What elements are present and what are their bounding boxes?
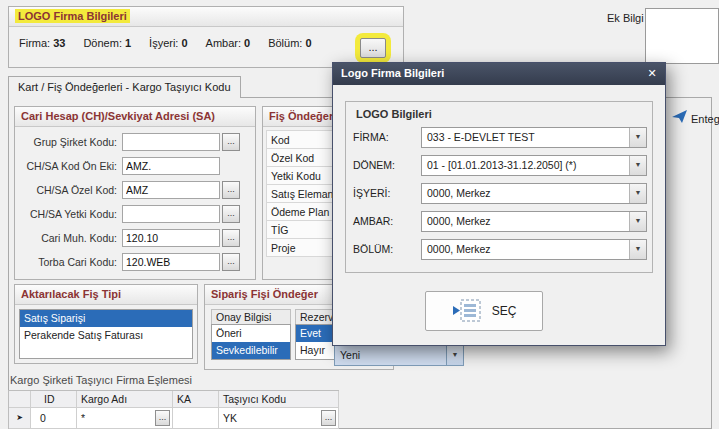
id-column-header[interactable]: ID	[31, 391, 77, 408]
aktarilacak-panel-title: Aktarılacak Fiş Tipi	[15, 285, 197, 305]
onay-bilgisi-header: Onay Bilgisi	[211, 309, 291, 325]
kod-on-eki-label: CH/SA Kod Ön Eki:	[15, 157, 117, 175]
fis-tipi-listbox: Satış Siparişi Perakende Satış Faturası	[19, 309, 193, 359]
ozel-kod-browse-button[interactable]: ...	[222, 181, 240, 199]
chevron-down-icon[interactable]: ▼	[629, 128, 646, 147]
select-target-icon	[452, 298, 482, 324]
torba-cari-kodu-browse-button[interactable]: ...	[222, 253, 240, 271]
bolum-combobox[interactable]: 0000, Merkez ▼	[421, 239, 647, 260]
list-item-oneri[interactable]: Öneri	[212, 325, 290, 342]
list-item-satis-siparisi[interactable]: Satış Siparişi	[20, 310, 192, 327]
tasiyici-kodu-column-header[interactable]: Taşıyıcı Kodu	[219, 391, 339, 408]
ambar-label: AMBAR:	[353, 211, 415, 232]
onay-listbox: Öneri Sevkedilebilir	[211, 324, 291, 360]
list-item-perakende-fatura[interactable]: Perakende Satış Faturası	[20, 327, 192, 344]
grup-sirket-kodu-label: Grup Şirket Kodu:	[15, 133, 117, 151]
cari-muh-kodu-browse-button[interactable]: ...	[222, 229, 240, 247]
dialog-titlebar[interactable]: Logo Firma Bilgileri	[333, 63, 665, 85]
tasiyici-kodu-value: YK	[223, 412, 237, 424]
cari-hesap-panel-title: Cari Hesap (CH)/Sevkiyat Adresi (SA)	[15, 107, 255, 127]
isyeri-value: 0000, Merkez	[427, 184, 491, 203]
kargo-table-row: ➤ 0 * ... YK ...	[9, 408, 339, 429]
row-selector-arrow-icon: ➤	[9, 408, 31, 429]
ambar-value: 0000, Merkez	[427, 212, 491, 231]
yetki-kodu-browse-button[interactable]: ...	[222, 205, 240, 223]
tasiyici-kodu-cell[interactable]: YK ...	[219, 408, 339, 429]
ozel-kod-label: CH/SA Özel Kod:	[15, 181, 117, 199]
kargo-adi-value: *	[81, 412, 85, 424]
yetki-kodu-label: CH/SA Yetki Kodu:	[15, 205, 117, 223]
cari-hesap-panel: Cari Hesap (CH)/Sevkiyat Adresi (SA) Gru…	[14, 106, 256, 280]
selector-column-header	[9, 391, 31, 408]
isyeri-label: İŞYERİ:	[353, 183, 415, 204]
kargo-adi-column-header[interactable]: Kargo Adı	[77, 391, 173, 408]
entegra-label: Entegra	[691, 113, 719, 125]
firma-label: FİRMA:	[353, 127, 415, 148]
logo-firma-panel: LOGO Firma Bilgileri Firma:33 Dönem:1 İş…	[8, 6, 404, 68]
send-plane-icon	[672, 110, 688, 126]
grup-sirket-kodu-input[interactable]	[122, 133, 220, 151]
donem-value: 01 - [01.01.2013-31.12.2050] (*)	[427, 156, 576, 175]
firma-value: 033 - E-DEVLET TEST	[427, 128, 535, 147]
sec-button[interactable]: SEÇ	[425, 291, 543, 331]
grup-sirket-kodu-browse-button[interactable]: ...	[222, 133, 240, 151]
stat-bolum: Bölüm:0	[268, 37, 311, 49]
tab-kart-fis-ondegerleri[interactable]: Kart / Fiş Öndeğerleri - Kargo Taşıyıcı …	[8, 76, 241, 98]
chevron-down-icon[interactable]: ▼	[629, 184, 646, 203]
bolum-value: 0000, Merkez	[427, 240, 491, 259]
kargo-eslemesi-title: Kargo Şirketi Taşıyıcı Firma Eşlemesi	[10, 374, 192, 386]
kargo-table: ID Kargo Adı KA Taşıyıcı Kodu ➤ 0 * ... …	[8, 390, 339, 429]
ek-bilgi-label: Ek Bilgi	[607, 12, 644, 24]
logo-browse-button[interactable]: ...	[360, 38, 386, 58]
torba-cari-kodu-input[interactable]	[122, 253, 220, 271]
sec-button-label: SEÇ	[492, 304, 517, 318]
logo-firma-stats: Firma:33 Dönem:1 İşyeri:0 Ambar:0 Bölüm:…	[19, 37, 312, 49]
siparis-durumu-combobox[interactable]: Yeni ▼	[334, 345, 464, 366]
cari-muh-kodu-label: Cari Muh. Kodu:	[15, 229, 117, 247]
logo-firma-bilgileri-dialog: Logo Firma Bilgileri ✕ LOGO Bilgileri Fİ…	[332, 62, 666, 346]
chevron-down-icon[interactable]: ▼	[629, 212, 646, 231]
chevron-down-icon[interactable]: ▼	[629, 240, 646, 259]
firma-combobox[interactable]: 033 - E-DEVLET TEST ▼	[421, 127, 647, 148]
ozel-kod-input[interactable]	[122, 181, 220, 199]
kargo-adi-cell[interactable]: * ...	[77, 408, 173, 429]
id-cell[interactable]: 0	[31, 408, 77, 429]
stat-ambar: Ambar:0	[206, 37, 251, 49]
bolum-label: BÖLÜM:	[353, 239, 415, 260]
kargo-table-header-row: ID Kargo Adı KA Taşıyıcı Kodu	[9, 391, 339, 408]
ka-cell[interactable]	[173, 408, 219, 429]
chevron-down-icon[interactable]: ▼	[446, 346, 463, 365]
donem-label: DÖNEM:	[353, 155, 415, 176]
kargo-adi-browse-button[interactable]: ...	[155, 410, 170, 426]
aktarilacak-fis-tipi-panel: Aktarılacak Fiş Tipi Satış Siparişi Pera…	[14, 284, 198, 364]
logo-firma-panel-title: LOGO Firma Bilgileri	[15, 9, 130, 23]
ek-bilgi-textarea[interactable]	[645, 8, 719, 64]
stat-donem: Dönem:1	[83, 37, 131, 49]
tasiyici-kodu-browse-button[interactable]: ...	[321, 410, 336, 426]
kod-on-eki-input[interactable]	[122, 157, 220, 175]
logo-firma-panel-header: LOGO Firma Bilgileri	[9, 7, 403, 27]
list-item-sevkedilebilir[interactable]: Sevkedilebilir	[212, 342, 290, 359]
stat-firma: Firma:33	[19, 37, 65, 49]
ka-column-header[interactable]: KA	[173, 391, 219, 408]
ambar-combobox[interactable]: 0000, Merkez ▼	[421, 211, 647, 232]
app-window: LOGO Firma Bilgileri Firma:33 Dönem:1 İş…	[0, 0, 719, 429]
close-icon[interactable]: ✕	[639, 63, 665, 85]
cari-muh-kodu-input[interactable]	[122, 229, 220, 247]
logo-bilgileri-group-title: LOGO Bilgileri	[356, 108, 432, 120]
stat-isyeri: İşyeri:0	[149, 37, 187, 49]
siparis-durumu-value: Yeni	[340, 346, 360, 365]
chevron-down-icon[interactable]: ▼	[629, 156, 646, 175]
yetki-kodu-input[interactable]	[122, 205, 220, 223]
donem-combobox[interactable]: 01 - [01.01.2013-31.12.2050] (*) ▼	[421, 155, 647, 176]
torba-cari-kodu-label: Torba Cari Kodu:	[15, 253, 117, 271]
isyeri-combobox[interactable]: 0000, Merkez ▼	[421, 183, 647, 204]
